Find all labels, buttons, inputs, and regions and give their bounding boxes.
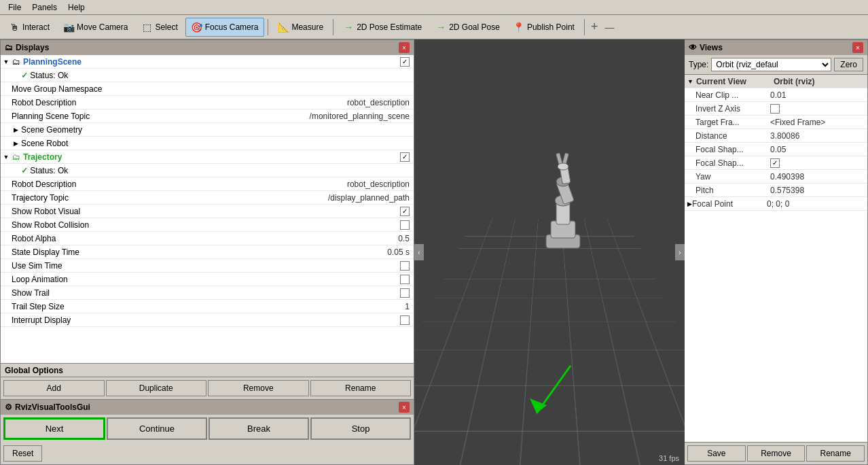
duplicate-button[interactable]: Duplicate bbox=[106, 380, 207, 396]
views-rename-button[interactable]: Rename bbox=[806, 445, 865, 462]
ps-robot-desc-value: robot_description bbox=[347, 98, 412, 107]
ps-move-group-label: Move Group Namespace bbox=[12, 84, 410, 94]
displays-folder-icon: 🗂 bbox=[5, 43, 13, 52]
menu-help[interactable]: Help bbox=[62, 1, 90, 14]
near-clip-label: Near Clip ... bbox=[695, 90, 770, 100]
traj-sim-time-checkbox[interactable] bbox=[400, 261, 410, 271]
tree-row-planning-scene[interactable]: ▼ 🗂 PlanningScene bbox=[1, 55, 414, 69]
2d-goal-pose-button[interactable]: → 2D Goal Pose bbox=[429, 18, 506, 37]
traj-show-visual-label: Show Robot Visual bbox=[12, 207, 400, 216]
2d-pose-estimate-button[interactable]: → 2D Pose Estimate bbox=[337, 18, 428, 37]
publish-point-icon: 📍 bbox=[513, 22, 524, 33]
main-area: 🗂 Displays × ▼ 🗂 PlanningScene ✓ Status:… bbox=[0, 39, 868, 465]
tree-row-traj-show-visual: Show Robot Visual bbox=[1, 205, 414, 218]
views-zero-button[interactable]: Zero bbox=[834, 58, 863, 71]
displays-panel-close[interactable]: × bbox=[399, 42, 410, 53]
traj-show-visual-checkbox[interactable] bbox=[400, 207, 410, 216]
views-type-select[interactable]: Orbit (rviz_defaul bbox=[711, 58, 831, 71]
rviz-panel-header: ⚙ RvizVisualToolsGui × bbox=[1, 400, 414, 415]
current-view-label: Current View bbox=[696, 77, 771, 86]
views-buttons: Save Remove Rename bbox=[685, 442, 867, 464]
focus-camera-icon: 🎯 bbox=[192, 22, 202, 33]
remove-button[interactable]: Remove bbox=[208, 380, 309, 396]
traj-interrupt-checkbox[interactable] bbox=[400, 315, 410, 325]
toolbar-sep-3 bbox=[584, 19, 585, 35]
focus-camera-button[interactable]: 🎯 Focus Camera bbox=[185, 18, 265, 37]
move-camera-button[interactable]: 📷 Move Camera bbox=[57, 18, 134, 37]
target-frame-label: Target Fra... bbox=[695, 118, 770, 127]
focal-shape1-value: 0.05 bbox=[770, 145, 865, 154]
tree-row-trajectory[interactable]: ▼ 🗂 Trajectory bbox=[1, 150, 414, 164]
traj-robot-desc-label: Robot Description bbox=[12, 179, 347, 189]
reset-button[interactable]: Reset bbox=[3, 445, 42, 462]
tree-row-ps-scene-robot[interactable]: ▶ Scene Robot bbox=[1, 137, 414, 150]
pose-estimate-label: 2D Pose Estimate bbox=[357, 22, 422, 32]
views-save-button[interactable]: Save bbox=[687, 445, 746, 462]
expand-ps-scene-robot[interactable]: ▶ bbox=[12, 139, 20, 148]
measure-button[interactable]: 📐 Measure bbox=[272, 18, 329, 37]
expand-ps-scene-geo[interactable]: ▶ bbox=[12, 126, 20, 134]
rviz-icon: ⚙ bbox=[5, 402, 12, 412]
break-button[interactable]: Break bbox=[209, 417, 309, 440]
move-camera-icon: 📷 bbox=[63, 22, 74, 33]
views-row-focal-point[interactable]: ▶ Focal Point 0; 0; 0 bbox=[685, 197, 867, 211]
add-button[interactable]: Add bbox=[3, 380, 105, 396]
focal-shape1-label: Focal Shap... bbox=[695, 145, 770, 154]
left-panel: 🗂 Displays × ▼ 🗂 PlanningScene ✓ Status:… bbox=[0, 39, 414, 465]
rviz-panel: ⚙ RvizVisualToolsGui × Next Continue Bre… bbox=[0, 400, 414, 465]
ps-robot-desc-label: Robot Description bbox=[12, 98, 347, 107]
planning-scene-checkbox[interactable] bbox=[400, 57, 410, 67]
publish-point-button[interactable]: 📍 Publish Point bbox=[507, 18, 581, 37]
views-panel-close[interactable]: × bbox=[852, 42, 863, 53]
traj-trail-checkbox[interactable] bbox=[400, 288, 410, 298]
stop-button[interactable]: Stop bbox=[310, 417, 411, 440]
views-tree: ▼ Current View Orbit (rviz) Near Clip ..… bbox=[685, 75, 867, 442]
interact-button[interactable]: 🖱 Interact bbox=[3, 18, 56, 37]
expand-focal-point[interactable]: ▶ bbox=[687, 201, 692, 207]
expand-traj-status bbox=[12, 167, 20, 175]
traj-status-label: ✓ Status: Ok bbox=[21, 166, 412, 175]
trajectory-checkbox[interactable] bbox=[400, 152, 410, 162]
viewport-arrow-right[interactable]: › bbox=[675, 244, 685, 260]
tree-row-ps-scene-geo[interactable]: ▶ Scene Geometry bbox=[1, 123, 414, 137]
viewport-arrow-left[interactable]: ‹ bbox=[414, 244, 424, 260]
pitch-value: 0.575398 bbox=[770, 186, 865, 195]
reset-area: Reset bbox=[1, 443, 414, 464]
expand-trajectory[interactable]: ▼ bbox=[2, 153, 10, 161]
tree-row-traj-interrupt: Interrupt Display bbox=[1, 313, 414, 327]
traj-collision-checkbox[interactable] bbox=[400, 220, 410, 230]
viewport[interactable]: ‹ › 31 fps bbox=[414, 39, 685, 465]
views-remove-button[interactable]: Remove bbox=[747, 445, 806, 462]
rename-button[interactable]: Rename bbox=[310, 380, 412, 396]
focal-shape2-checkbox[interactable] bbox=[770, 158, 780, 168]
toolbar-minus-icon[interactable]: — bbox=[602, 22, 615, 33]
interact-label: Interact bbox=[22, 22, 50, 32]
focal-shape2-label: Focal Shap... bbox=[695, 158, 770, 168]
views-row-yaw: Yaw 0.490398 bbox=[685, 170, 867, 184]
next-button[interactable]: Next bbox=[3, 417, 105, 440]
invert-z-checkbox[interactable] bbox=[770, 104, 780, 114]
continue-button[interactable]: Continue bbox=[107, 417, 207, 440]
tree-row-traj-status: ✓ Status: Ok bbox=[1, 164, 414, 177]
toolbar-sep-1 bbox=[268, 19, 268, 35]
views-row-focal-shape2: Focal Shap... bbox=[685, 156, 867, 170]
expand-current-view[interactable]: ▼ bbox=[687, 78, 693, 85]
expand-planning-scene[interactable]: ▼ bbox=[2, 58, 10, 66]
rviz-panel-close[interactable]: × bbox=[399, 402, 410, 413]
interact-icon: 🖱 bbox=[9, 22, 20, 33]
traj-trail-size-value: 1 bbox=[405, 302, 412, 311]
select-button[interactable]: ⬚ Select bbox=[135, 18, 183, 37]
tree-row-ps-topic: Planning Scene Topic /monitored_planning… bbox=[1, 109, 414, 123]
views-row-distance: Distance 3.80086 bbox=[685, 129, 867, 143]
robot-figure bbox=[522, 146, 604, 255]
menu-file[interactable]: File bbox=[3, 1, 26, 14]
traj-loop-label: Loop Animation bbox=[12, 275, 400, 284]
toolbar-plus-icon[interactable]: + bbox=[588, 20, 601, 34]
tree-row-traj-alpha: Robot Alpha 0.5 bbox=[1, 232, 414, 245]
invert-z-label: Invert Z Axis bbox=[695, 104, 770, 114]
traj-alpha-value: 0.5 bbox=[398, 234, 412, 243]
menu-panels[interactable]: Panels bbox=[26, 1, 62, 14]
measure-icon: 📐 bbox=[278, 22, 289, 33]
traj-loop-checkbox[interactable] bbox=[400, 275, 410, 284]
views-row-current-view[interactable]: ▼ Current View Orbit (rviz) bbox=[685, 75, 867, 88]
